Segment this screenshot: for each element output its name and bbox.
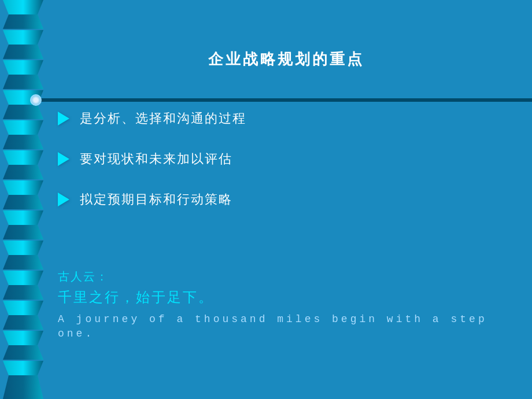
svg-marker-17	[3, 255, 43, 269]
title-area: 企业战略规划的重点	[58, 49, 515, 69]
divider-bar	[35, 98, 532, 102]
svg-marker-16	[3, 241, 43, 255]
svg-marker-15	[3, 225, 43, 239]
svg-marker-5	[3, 75, 43, 89]
svg-marker-11	[3, 165, 43, 179]
svg-marker-21	[3, 315, 43, 330]
divider-dot	[30, 94, 42, 106]
svg-marker-24	[3, 361, 43, 375]
svg-marker-25	[3, 375, 43, 399]
triangle-icon-2	[58, 152, 69, 166]
slide-title: 企业战略规划的重点	[208, 50, 364, 68]
bullet-text-3: 拟定预期目标和行动策略	[80, 191, 232, 208]
quote-english: A journey of a thousand miles begin with…	[58, 312, 509, 341]
svg-marker-18	[3, 271, 43, 285]
bullet-item-1: 是分析、选择和沟通的过程	[58, 110, 509, 127]
quote-label: 古人云：	[58, 269, 509, 285]
quote-chinese: 千里之行，始于足下。	[58, 288, 509, 306]
svg-marker-10	[3, 150, 43, 165]
svg-marker-19	[3, 285, 43, 300]
svg-marker-2	[3, 30, 43, 45]
svg-marker-7	[3, 105, 43, 119]
svg-marker-13	[3, 195, 43, 209]
bullet-item-3: 拟定预期目标和行动策略	[58, 191, 509, 208]
triangle-icon-3	[58, 193, 69, 206]
svg-marker-20	[3, 301, 43, 315]
svg-marker-0	[3, 0, 43, 14]
content-area: 是分析、选择和沟通的过程 要对现状和未来加以评估 拟定预期目标和行动策略	[58, 110, 509, 231]
left-ribbon-decoration	[0, 0, 49, 399]
svg-marker-12	[3, 180, 43, 195]
bullet-item-2: 要对现状和未来加以评估	[58, 150, 509, 168]
triangle-icon-1	[58, 112, 69, 125]
svg-marker-22	[3, 331, 43, 345]
quote-section: 古人云： 千里之行，始于足下。 A journey of a thousand …	[58, 269, 509, 341]
svg-marker-1	[3, 14, 43, 29]
bullet-text-2: 要对现状和未来加以评估	[80, 150, 232, 168]
svg-marker-3	[3, 45, 43, 59]
svg-marker-4	[3, 60, 43, 75]
svg-marker-23	[3, 345, 43, 360]
svg-marker-9	[3, 135, 43, 149]
slide: 企业战略规划的重点 是分析、选择和沟通的过程 要对现状和未来加以评估 拟定预期目…	[0, 0, 532, 399]
svg-marker-8	[3, 120, 43, 135]
svg-marker-14	[3, 210, 43, 225]
bullet-text-1: 是分析、选择和沟通的过程	[80, 110, 246, 127]
